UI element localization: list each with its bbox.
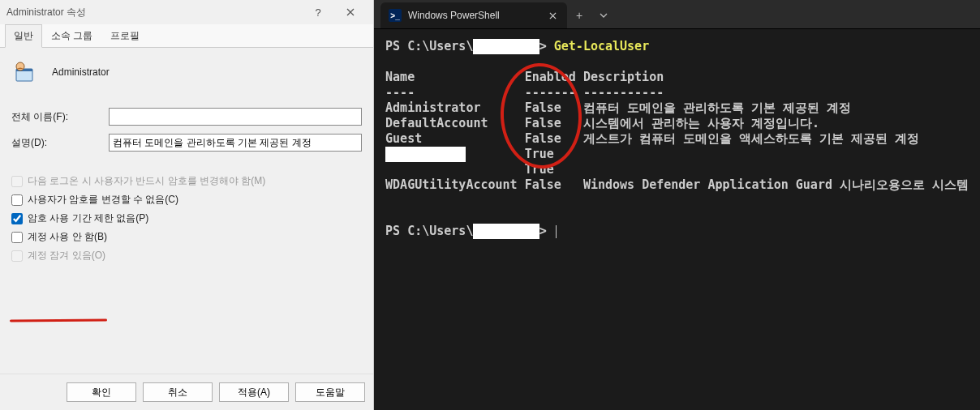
terminal-titlebar[interactable]: >_ Windows PowerShell + [374, 0, 980, 29]
check-cannot-change-pw[interactable]: 사용자가 암호를 변경할 수 없음(C) [11, 193, 362, 207]
dialog-titlebar[interactable]: Administrator 속성 ? [0, 0, 373, 24]
annotation-red-underline [10, 318, 107, 322]
terminal-output[interactable]: PS C:\Users\ > Get-LocalUser Name Enable… [374, 29, 980, 410]
powershell-icon: >_ [389, 9, 402, 22]
check-label: 다음 로그온 시 사용자가 반드시 암호를 변경해야 함(M) [28, 174, 265, 188]
help-button[interactable]: 도움말 [295, 382, 365, 402]
description-label: 설명(D): [11, 136, 109, 150]
help-button[interactable]: ? [302, 1, 334, 23]
fullname-label: 전체 이름(F): [11, 110, 109, 124]
check-account-locked-box [11, 250, 23, 262]
check-must-change-pw: 다음 로그온 시 사용자가 반드시 암호를 변경해야 함(M) [11, 174, 362, 188]
user-name-label: Administrator [52, 66, 110, 78]
tab-body-general: Administrator 전체 이름(F): 설명(D): 다음 로그온 시 … [0, 48, 373, 374]
check-account-disabled[interactable]: 계정 사용 안 함(B) [11, 230, 362, 244]
tab-general[interactable]: 일반 [5, 24, 42, 48]
check-account-disabled-box[interactable] [11, 232, 23, 243]
check-label: 계정 사용 안 함(B) [28, 230, 107, 244]
svg-point-2 [16, 62, 24, 70]
checkbox-group: 다음 로그온 시 사용자가 반드시 암호를 변경해야 함(M) 사용자가 암호를… [11, 174, 362, 263]
dialog-title: Administrator 속성 [6, 6, 302, 19]
check-pw-never-expires-box[interactable] [11, 213, 23, 224]
check-label: 계정 잠겨 있음(O) [28, 249, 105, 263]
terminal-window: >_ Windows PowerShell + PS C:\Users\ > G… [374, 0, 980, 410]
close-icon[interactable] [334, 1, 367, 23]
ok-button[interactable]: 확인 [67, 382, 136, 402]
check-must-change-pw-box [11, 176, 23, 187]
fullname-input[interactable] [109, 108, 362, 126]
tab-close-icon[interactable] [546, 9, 559, 22]
terminal-tab-title: Windows PowerShell [408, 10, 539, 21]
check-label: 암호 사용 기간 제한 없음(P) [28, 211, 148, 225]
dialog-tabs: 일반 소속 그룹 프로필 [0, 24, 373, 48]
check-account-locked: 계정 잠겨 있음(O) [11, 249, 362, 263]
tab-menu-chevron-icon[interactable] [591, 2, 616, 28]
tab-profile[interactable]: 프로필 [101, 24, 148, 48]
check-pw-never-expires[interactable]: 암호 사용 기간 제한 없음(P) [11, 211, 362, 225]
dialog-buttons: 확인 취소 적용(A) 도움말 [0, 374, 373, 410]
user-icon [11, 59, 37, 85]
check-label: 사용자가 암호를 변경할 수 없음(C) [28, 193, 178, 207]
properties-dialog: Administrator 속성 ? 일반 소속 그룹 프로필 [0, 0, 374, 410]
cancel-button[interactable]: 취소 [143, 382, 213, 402]
tab-groups[interactable]: 소속 그룹 [42, 24, 101, 48]
apply-button[interactable]: 적용(A) [219, 382, 289, 402]
terminal-tab[interactable]: >_ Windows PowerShell [380, 2, 567, 28]
new-tab-button[interactable]: + [567, 2, 591, 28]
description-input[interactable] [109, 134, 362, 152]
check-cannot-change-pw-box[interactable] [11, 194, 23, 206]
